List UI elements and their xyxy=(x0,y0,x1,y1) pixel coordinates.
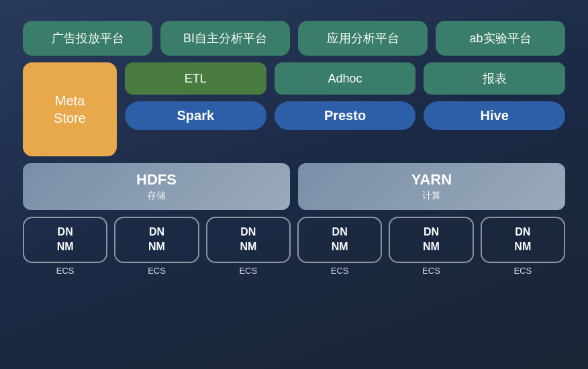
ab-platform-btn[interactable]: ab实验平台 xyxy=(436,21,565,56)
etl-btn[interactable]: ETL xyxy=(125,62,266,95)
presto-btn[interactable]: Presto xyxy=(275,101,416,130)
adhoc-btn[interactable]: Adhoc xyxy=(275,62,416,95)
bi-platform-btn[interactable]: BI自主分析平台 xyxy=(160,21,290,56)
baobiao-btn[interactable]: 报表 xyxy=(424,62,565,95)
ecs-item-1: DN NM ECS xyxy=(23,217,107,276)
ecs-label-2: ECS xyxy=(148,266,166,276)
ecs-item-2: DN NM ECS xyxy=(114,217,199,276)
spark-row: Spark Presto Hive xyxy=(125,101,565,130)
ecs-label-1: ECS xyxy=(56,266,75,276)
ecs-box-6: DN NM xyxy=(481,217,565,263)
hive-btn[interactable]: Hive xyxy=(424,101,565,130)
ecs-dn-1: DN xyxy=(58,225,73,240)
ecs-box-3: DN NM xyxy=(206,217,291,263)
ecs-box-4: DN NM xyxy=(297,217,382,263)
main-container: 广告投放平台 BI自主分析平台 应用分析平台 ab实验平台 MetaStore … xyxy=(12,10,576,359)
hdfs-box: HDFS 存储 xyxy=(23,163,290,210)
ecs-label-6: ECS xyxy=(513,266,532,276)
ecs-dn-4: DN xyxy=(332,225,348,240)
ecs-nm-2: NM xyxy=(148,240,165,254)
ecs-row: DN NM ECS DN NM ECS DN NM ECS DN NM ECS xyxy=(23,217,565,276)
spark-btn[interactable]: Spark xyxy=(125,101,266,130)
ecs-item-5: DN NM ECS xyxy=(389,217,473,276)
etl-row: ETL Adhoc 报表 xyxy=(125,62,565,95)
ecs-box-5: DN NM xyxy=(389,217,473,263)
ecs-box-1: DN NM xyxy=(23,217,107,263)
middle-right: ETL Adhoc 报表 Spark Presto Hive xyxy=(125,62,565,156)
yarn-title: YARN xyxy=(411,171,452,189)
meta-store-label: MetaStore xyxy=(54,92,86,127)
ecs-label-3: ECS xyxy=(239,266,257,276)
storage-row: HDFS 存储 YARN 计算 xyxy=(23,163,565,210)
ecs-item-4: DN NM ECS xyxy=(297,217,382,276)
meta-store-box[interactable]: MetaStore xyxy=(23,62,117,156)
ecs-item-6: DN NM ECS xyxy=(481,217,565,276)
ecs-dn-3: DN xyxy=(240,225,256,240)
yarn-sub: 计算 xyxy=(422,190,441,202)
ecs-nm-4: NM xyxy=(332,240,348,254)
ecs-nm-1: NM xyxy=(57,240,74,254)
ecs-label-5: ECS xyxy=(422,266,440,276)
ecs-dn-6: DN xyxy=(515,225,530,240)
ad-platform-btn[interactable]: 广告投放平台 xyxy=(23,21,152,56)
hdfs-sub: 存储 xyxy=(147,190,166,202)
ecs-nm-5: NM xyxy=(423,240,440,254)
middle-row: MetaStore ETL Adhoc 报表 Spark Presto Hive xyxy=(23,62,565,156)
ecs-dn-5: DN xyxy=(424,225,439,240)
ecs-box-2: DN NM xyxy=(114,217,199,263)
top-row: 广告投放平台 BI自主分析平台 应用分析平台 ab实验平台 xyxy=(23,21,565,56)
app-platform-btn[interactable]: 应用分析平台 xyxy=(298,21,428,56)
hdfs-title: HDFS xyxy=(136,171,177,189)
ecs-label-4: ECS xyxy=(331,266,349,276)
ecs-nm-6: NM xyxy=(514,240,531,254)
ecs-dn-2: DN xyxy=(149,225,164,240)
ecs-item-3: DN NM ECS xyxy=(206,217,291,276)
yarn-box: YARN 计算 xyxy=(298,163,565,210)
ecs-nm-3: NM xyxy=(240,240,256,254)
